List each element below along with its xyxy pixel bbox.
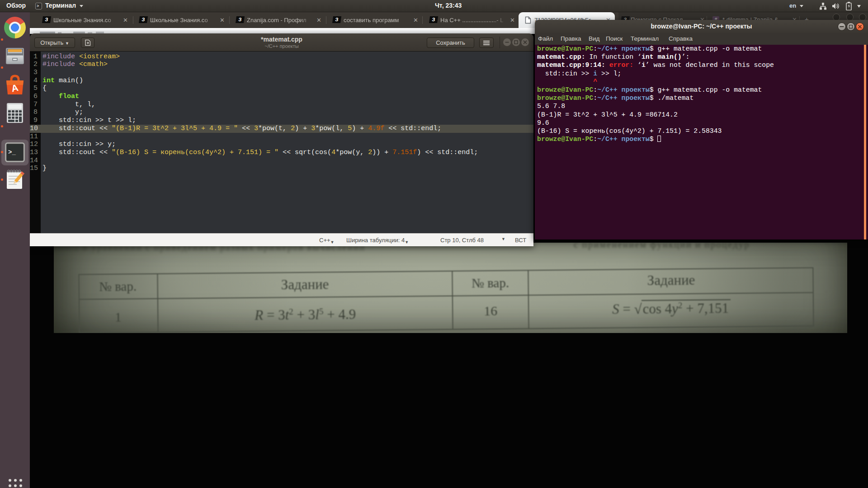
svg-text:>_: >_ — [8, 149, 16, 156]
